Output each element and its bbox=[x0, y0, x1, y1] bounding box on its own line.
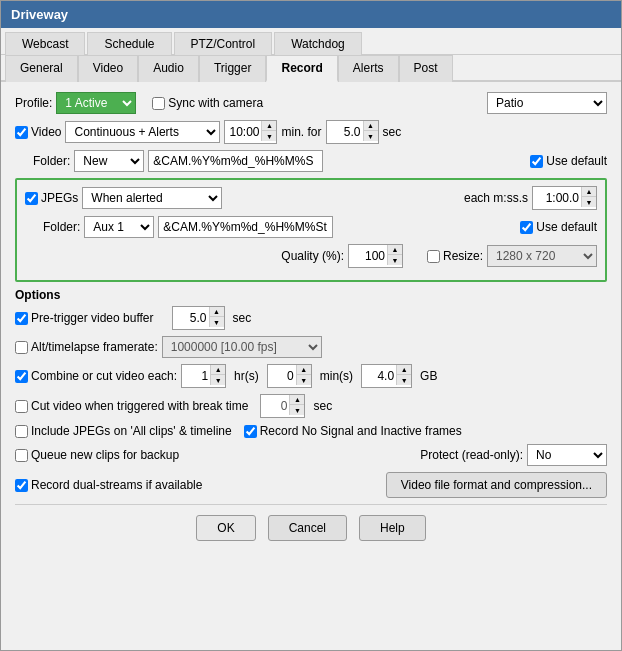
quality-spin-btns: ▲ ▼ bbox=[387, 245, 402, 267]
pretrigger-checkbox[interactable] bbox=[15, 312, 28, 325]
include-jpegs-label[interactable]: Include JPEGs on 'All clips' & timeline bbox=[15, 424, 232, 438]
video-label: Video bbox=[31, 125, 61, 139]
profile-select[interactable]: 1 Active bbox=[56, 92, 136, 114]
video-sec-spinner[interactable]: ▲ ▼ bbox=[326, 120, 379, 144]
combine-hr-spinner[interactable]: ▲ ▼ bbox=[181, 364, 226, 388]
queue-backup-label[interactable]: Queue new clips for backup bbox=[15, 448, 179, 462]
cut-break-input[interactable] bbox=[261, 395, 289, 417]
jpegs-each-up[interactable]: ▲ bbox=[581, 187, 596, 197]
tab-audio[interactable]: Audio bbox=[138, 55, 199, 82]
pretrigger-down[interactable]: ▼ bbox=[209, 317, 224, 327]
combine-checkbox[interactable] bbox=[15, 370, 28, 383]
video-time-spinner[interactable]: ▲ ▼ bbox=[224, 120, 277, 144]
combine-gb-spinner[interactable]: ▲ ▼ bbox=[361, 364, 412, 388]
cut-break-down[interactable]: ▼ bbox=[289, 405, 304, 415]
jpegs-each-input[interactable] bbox=[533, 187, 581, 209]
tab-webcast[interactable]: Webcast bbox=[5, 32, 85, 55]
timelapse-label[interactable]: Alt/timelapse framerate: bbox=[15, 340, 158, 354]
jpegs-label: JPEGs bbox=[41, 191, 78, 205]
combine-row: Combine or cut video each: ▲ ▼ hr(s) ▲ ▼ bbox=[15, 364, 607, 388]
pretrigger-spinner[interactable]: ▲ ▼ bbox=[172, 306, 225, 330]
quality-up[interactable]: ▲ bbox=[387, 245, 402, 255]
cut-break-label[interactable]: Cut video when triggered with break time bbox=[15, 399, 248, 413]
tab-post[interactable]: Post bbox=[399, 55, 453, 82]
combine-min-spinner[interactable]: ▲ ▼ bbox=[267, 364, 312, 388]
jpegs-use-default[interactable]: Use default bbox=[520, 220, 597, 234]
jpegs-folder-path-input[interactable] bbox=[158, 216, 333, 238]
folder-use-default-checkbox[interactable] bbox=[530, 155, 543, 168]
combine-hr-label: hr(s) bbox=[234, 369, 259, 383]
video-sec-down[interactable]: ▼ bbox=[363, 131, 378, 141]
combine-hr-up[interactable]: ▲ bbox=[210, 365, 225, 375]
tab-schedule[interactable]: Schedule bbox=[87, 32, 171, 55]
record-no-signal-checkbox[interactable] bbox=[244, 425, 257, 438]
ok-button[interactable]: OK bbox=[196, 515, 255, 541]
video-checkbox[interactable] bbox=[15, 126, 28, 139]
folder-path-input[interactable]: &CAM.%Y%m%d_%H%M%S bbox=[148, 150, 323, 172]
jpegs-folder-label: Folder: bbox=[43, 220, 80, 234]
jpegs-each-spinner[interactable]: ▲ ▼ bbox=[532, 186, 597, 210]
combine-min-up[interactable]: ▲ bbox=[296, 365, 311, 375]
jpegs-folder-select[interactable]: Aux 1 bbox=[84, 216, 154, 238]
jpegs-each-down[interactable]: ▼ bbox=[581, 197, 596, 207]
record-no-signal-text: Record No Signal and Inactive frames bbox=[260, 424, 462, 438]
tab-alerts[interactable]: Alerts bbox=[338, 55, 399, 82]
format-compression-button[interactable]: Video file format and compression... bbox=[386, 472, 607, 498]
jpegs-checkbox-label[interactable]: JPEGs bbox=[25, 191, 78, 205]
timelapse-select[interactable]: 1000000 [10.00 fps] bbox=[162, 336, 322, 358]
tab-ptz-control[interactable]: PTZ/Control bbox=[174, 32, 273, 55]
protect-select[interactable]: No bbox=[527, 444, 607, 466]
jpegs-checkbox[interactable] bbox=[25, 192, 38, 205]
video-time-down[interactable]: ▼ bbox=[261, 131, 276, 141]
dual-format-row: Record dual-streams if available Video f… bbox=[15, 472, 607, 498]
combine-gb-up[interactable]: ▲ bbox=[396, 365, 411, 375]
include-jpegs-checkbox[interactable] bbox=[15, 425, 28, 438]
tab-video[interactable]: Video bbox=[78, 55, 138, 82]
combine-min-input[interactable] bbox=[268, 365, 296, 387]
video-sec-up[interactable]: ▲ bbox=[363, 121, 378, 131]
combine-gb-down[interactable]: ▼ bbox=[396, 375, 411, 385]
pretrigger-input[interactable] bbox=[173, 307, 209, 329]
resize-select[interactable]: 1280 x 720 bbox=[487, 245, 597, 267]
combine-min-down[interactable]: ▼ bbox=[296, 375, 311, 385]
quality-input[interactable] bbox=[349, 245, 387, 267]
sync-with-camera-label[interactable]: Sync with camera bbox=[152, 96, 263, 110]
cut-break-row: Cut video when triggered with break time… bbox=[15, 394, 607, 418]
help-button[interactable]: Help bbox=[359, 515, 426, 541]
pretrigger-label[interactable]: Pre-trigger video buffer bbox=[15, 311, 154, 325]
quality-down[interactable]: ▼ bbox=[387, 255, 402, 265]
dual-streams-checkbox[interactable] bbox=[15, 479, 28, 492]
video-time-up[interactable]: ▲ bbox=[261, 121, 276, 131]
video-time-input[interactable] bbox=[225, 121, 261, 143]
cut-break-checkbox[interactable] bbox=[15, 400, 28, 413]
tab-trigger[interactable]: Trigger bbox=[199, 55, 267, 82]
cut-break-spinner[interactable]: ▲ ▼ bbox=[260, 394, 305, 418]
jpegs-when-select[interactable]: When alerted bbox=[82, 187, 222, 209]
folder-use-default[interactable]: Use default bbox=[530, 154, 607, 168]
video-mode-select[interactable]: Continuous + Alerts bbox=[65, 121, 220, 143]
tab-watchdog[interactable]: Watchdog bbox=[274, 32, 362, 55]
pretrigger-up[interactable]: ▲ bbox=[209, 307, 224, 317]
timelapse-checkbox[interactable] bbox=[15, 341, 28, 354]
folder-select[interactable]: New bbox=[74, 150, 144, 172]
queue-backup-checkbox[interactable] bbox=[15, 449, 28, 462]
record-no-signal-label[interactable]: Record No Signal and Inactive frames bbox=[244, 424, 462, 438]
cut-break-up[interactable]: ▲ bbox=[289, 395, 304, 405]
options-title: Options bbox=[15, 288, 607, 302]
cancel-button[interactable]: Cancel bbox=[268, 515, 347, 541]
sync-with-camera-checkbox[interactable] bbox=[152, 97, 165, 110]
quality-spinner[interactable]: ▲ ▼ bbox=[348, 244, 403, 268]
camera-name-select[interactable]: Patio bbox=[487, 92, 607, 114]
combine-hr-down[interactable]: ▼ bbox=[210, 375, 225, 385]
combine-gb-input[interactable] bbox=[362, 365, 396, 387]
dual-streams-label[interactable]: Record dual-streams if available bbox=[15, 478, 202, 492]
resize-checkbox-label[interactable]: Resize: bbox=[427, 249, 483, 263]
tab-general[interactable]: General bbox=[5, 55, 78, 82]
tab-record[interactable]: Record bbox=[266, 55, 337, 82]
resize-checkbox[interactable] bbox=[427, 250, 440, 263]
combine-label[interactable]: Combine or cut video each: bbox=[15, 369, 177, 383]
video-sec-input[interactable] bbox=[327, 121, 363, 143]
combine-hr-input[interactable] bbox=[182, 365, 210, 387]
video-checkbox-label[interactable]: Video bbox=[15, 125, 61, 139]
jpegs-use-default-checkbox[interactable] bbox=[520, 221, 533, 234]
